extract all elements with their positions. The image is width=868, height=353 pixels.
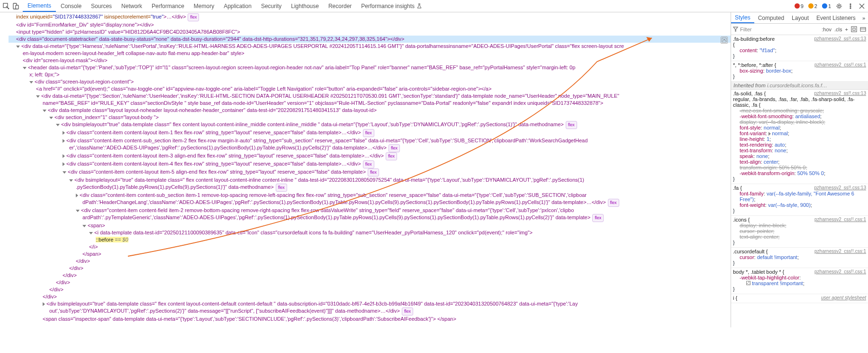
source-link[interactable]: pzharnessv2_ss!!.css:13 [814,91,867,96]
settings-icon[interactable] [836,3,842,9]
expand-caret[interactable] [63,171,66,174]
dom-line[interactable]: ardPath':'.pyTemplateGeneric','className… [9,214,731,222]
dom-line[interactable]: <span> [9,222,731,229]
dom-line[interactable]: dPath':'HeaderChangeLang','className':'A… [9,199,731,207]
dom-line[interactable]: </div> [9,272,731,279]
expand-caret[interactable] [16,46,20,48]
expand-caret[interactable] [76,194,78,197]
new-rule-button[interactable]: + [845,27,848,32]
css-rule[interactable]: .icons {pzharnessv2_css!!.css:1 display:… [731,216,868,248]
dom-line[interactable]: </span> [9,251,731,258]
tab-memory[interactable]: Memory [189,0,219,12]
css-rule[interactable]: *, *:before, *:after {pzharnessv2_css!!.… [731,61,868,82]
dom-line[interactable]: .pySectionBody(1).pyTable.pyRows(1).pyCe… [9,184,731,192]
flex-badge[interactable]: flex [608,199,619,207]
styles-filter-input[interactable]: Filter [733,27,819,32]
dom-line[interactable]: <div data-ui-meta="{'type':'Harness','ru… [9,43,731,50]
dom-line[interactable]: <div class="content-item content-field i… [9,207,731,214]
tab-elements[interactable]: Elements [23,0,56,12]
expand-caret[interactable] [69,179,73,182]
source-link[interactable]: pzharnessv2_css!!.css:1 [814,269,866,274]
dom-line[interactable]: </div> [9,265,731,272]
dom-line[interactable]: <a href="#" onclick="pd(event);" class="… [9,85,731,93]
dom-line[interactable]: <div class="content-item content-layout … [9,129,731,137]
dom-line[interactable]: <div id="FormErrorMarker_Div" style="dis… [9,21,731,28]
dom-line[interactable]: <div class="screen-layout-region-content… [9,78,731,85]
dom-line[interactable]: er','className':'ADEO-ADES-UIPages','pgR… [9,144,731,152]
elements-dom-tree[interactable]: index uniqueid="SID1737448332867" isinsp… [0,12,731,327]
expand-caret[interactable] [36,95,40,98]
expand-caret[interactable] [76,210,80,212]
expand-caret[interactable] [63,154,65,158]
dom-line[interactable]: </div> [9,258,731,265]
dom-line[interactable]: </i> [9,243,731,251]
dom-line[interactable]: <div class="content-item content-sub_sec… [9,192,731,199]
dom-line[interactable]: <div data-ui-meta="{'type':'Section','ru… [9,93,731,100]
dom-line[interactable]: <div class="content-item content-layout … [9,168,731,176]
css-rule[interactable]: body *, .tablet body * {pzharnessv2_css!… [731,268,868,294]
css-rule[interactable]: .fa-building:beforepzharnessv2_ss!!.css:… [731,35,868,61]
device-toolbar-icon[interactable] [12,3,19,9]
flex-badge[interactable]: flex [276,184,287,192]
expand-caret[interactable] [89,232,93,234]
expand-caret[interactable] [56,124,60,126]
css-rule[interactable]: .fa-solid, .fas {pzharnessv2_ss!!.css:13… [731,90,868,184]
flex-badge[interactable]: flex [566,121,577,129]
source-link[interactable]: pzharnessv2_css!!.css:1 [814,249,866,254]
more-icon[interactable] [847,3,854,9]
flex-badge[interactable]: flex [363,129,374,137]
dom-line[interactable]: <div id="screen-layout-mask"></div> [9,57,731,64]
dom-line[interactable]: </div> [9,293,731,300]
flex-badge[interactable]: flex [188,13,199,21]
dom-line[interactable]: <div bsimplelayout="true" data-template … [9,176,731,184]
dom-line[interactable]: </div> [9,286,731,293]
dom-line[interactable]: <i data-template data-test-id="202501211… [9,229,731,236]
tab-computed[interactable]: Computed [754,12,788,23]
expand-caret[interactable] [23,67,27,69]
flex-badge[interactable]: flex [592,214,604,222]
close-icon[interactable] [859,3,865,9]
rendering-icon[interactable] [860,26,866,32]
css-rule[interactable]: .fa {pzharnessv2_ss!!.css:13 font-family… [731,184,868,216]
cls-toggle[interactable]: .cls [834,27,842,32]
issue-counters[interactable]: 9 2 1 [795,3,831,9]
more-tabs-icon[interactable]: » [859,15,868,21]
tab-lighthouse[interactable]: Lighthouse [286,0,324,12]
dom-line[interactable]: out','subType':'DYNAMICLAYOUT','pgRef':'… [9,307,731,316]
tab-event-listeners[interactable]: Event Listeners [813,12,859,23]
tab-console[interactable]: Console [56,0,86,12]
computed-toggle-icon[interactable] [851,26,857,32]
dom-line[interactable]: x; left: 0px;"> [9,71,731,78]
expand-caret[interactable] [63,162,65,166]
css-rule[interactable]: .cursordefault {pzharnessv2_css!!.css:1 … [731,248,868,268]
expand-caret[interactable] [82,225,86,227]
dom-line[interactable]: index uniqueid="SID1737448332867" isinsp… [9,13,731,21]
flex-badge[interactable]: flex [386,152,397,160]
tab-application[interactable]: Application [219,0,256,12]
dom-line[interactable]: <div data-template class="layout layout-… [9,107,731,114]
inspect-icon[interactable] [3,3,9,9]
dom-line[interactable]: <input type="hidden" id="pzHarnessID" va… [9,28,731,36]
tab-recorder[interactable]: Recorder [324,0,356,12]
source-link[interactable]: pzharnessv2_css!!.css:1 [814,217,866,222]
source-link[interactable]: pzharnessv2_css!!.css:1 [814,62,866,67]
css-rule[interactable]: i {user agent stylesheet [731,294,868,303]
dom-line[interactable]: <div class="content-item content-sub_sec… [9,137,731,144]
flex-badge[interactable]: flex [402,307,413,316]
expand-caret[interactable] [43,302,45,306]
tab-styles[interactable]: Styles [731,12,754,23]
dom-line[interactable]: <div section_index="1" class="layout-bod… [9,114,731,121]
expand-caret[interactable] [29,81,33,84]
expand-triangle-icon[interactable] [769,132,771,136]
style-rules-list[interactable]: .fa-building:beforepzharnessv2_ss!!.css:… [731,35,868,327]
tab-performance[interactable]: Performance [147,0,189,12]
flex-badge[interactable]: flex [363,160,374,168]
dom-line[interactable]: <div class="content-item content-layout … [9,160,731,168]
hov-toggle[interactable]: :hov [822,27,832,32]
dom-line[interactable]: <div bsimplelayout="true" data-template … [9,300,731,307]
tab-layout[interactable]: Layout [788,12,813,23]
source-link[interactable]: pzharnessv2_ss!!.css:13 [814,185,867,190]
expand-caret[interactable] [63,131,65,135]
inherited-link[interactable]: i.cursordefault.icons.fa.f… [767,83,827,88]
dom-line[interactable]: name="BASE_REF" id="RULE_KEY" class="sec… [9,100,731,107]
